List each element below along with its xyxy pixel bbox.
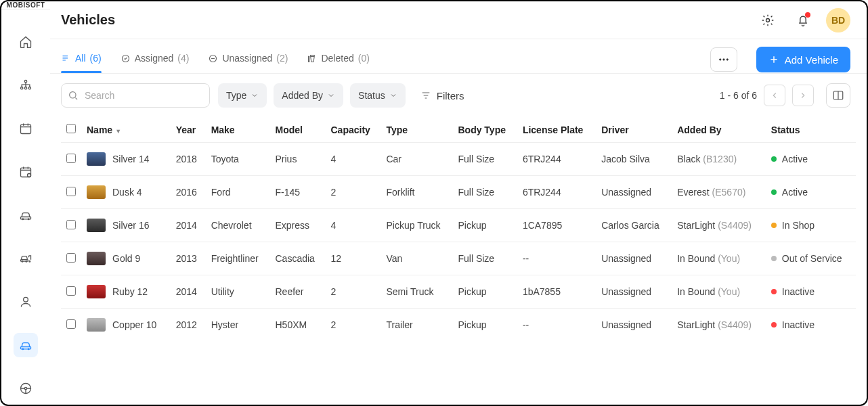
col-type[interactable]: Type — [381, 117, 452, 143]
col-make[interactable]: Make — [206, 117, 270, 143]
col-year[interactable]: Year — [171, 117, 206, 143]
sidebar — [1, 9, 50, 406]
nav-schedule[interactable] — [14, 160, 38, 184]
tab-deleted[interactable]: Deleted (0) — [307, 46, 369, 73]
row-checkbox[interactable] — [66, 220, 76, 229]
status-dot — [771, 189, 777, 195]
add-vehicle-button[interactable]: Add Vehicle — [756, 47, 850, 72]
prev-page-button[interactable] — [764, 85, 785, 106]
nav-vehicles[interactable] — [14, 333, 38, 357]
logo: MOBISOFT — [1, 1, 50, 9]
svg-point-6 — [28, 174, 31, 177]
col-model[interactable]: Model — [269, 117, 325, 143]
nav-home[interactable] — [14, 30, 38, 54]
svg-point-14 — [24, 297, 28, 302]
vehicle-name: Copper 10 — [112, 319, 156, 330]
tab-unassigned[interactable]: Unassigned (2) — [208, 46, 288, 73]
svg-point-19 — [24, 387, 26, 389]
status-dot — [771, 256, 777, 261]
tab-all[interactable]: All (6) — [61, 46, 102, 73]
vehicle-name: Silver 14 — [112, 154, 149, 164]
row-checkbox[interactable] — [66, 319, 76, 329]
nav-org[interactable] — [14, 73, 38, 97]
vehicle-thumb — [87, 152, 106, 166]
col-driver[interactable]: Driver — [596, 117, 672, 143]
col-status[interactable]: Status — [766, 117, 856, 143]
nav-fleet[interactable] — [14, 246, 38, 271]
row-checkbox[interactable] — [66, 154, 76, 163]
svg-point-2 — [28, 87, 30, 89]
table-row[interactable]: Ruby 122014UtilityReefer2Semi TruckPicku… — [61, 275, 856, 309]
row-checkbox[interactable] — [66, 253, 76, 263]
row-checkbox[interactable] — [66, 286, 76, 296]
search-input[interactable] — [61, 83, 210, 108]
filters-button[interactable]: Filters — [414, 83, 471, 108]
svg-point-3 — [24, 87, 26, 89]
search-icon — [68, 90, 79, 101]
col-license-plate[interactable]: License Plate — [517, 117, 596, 143]
table-row[interactable]: Silver 142018ToyotaPrius4CarFull Size6TR… — [61, 143, 856, 176]
vehicle-name: Ruby 12 — [112, 286, 148, 297]
svg-point-30 — [70, 92, 76, 98]
row-checkbox[interactable] — [66, 187, 76, 196]
tab-assigned[interactable]: Assigned (4) — [121, 46, 190, 73]
col-name[interactable]: Name▼ — [81, 117, 171, 143]
nav-calendar[interactable] — [14, 116, 38, 141]
status-dot — [771, 289, 777, 294]
table-row[interactable]: Silver 162014ChevroletExpress4Pickup Tru… — [61, 209, 856, 242]
nav-steering[interactable] — [14, 376, 38, 401]
col-body-type[interactable]: Body Type — [452, 117, 517, 143]
columns-button[interactable] — [826, 83, 850, 108]
status-dot — [771, 156, 777, 162]
vehicle-thumb — [87, 285, 106, 298]
vehicle-thumb — [87, 219, 106, 232]
table-row[interactable]: Dusk 42016FordF-1452ForkliftFull Size6TR… — [61, 176, 856, 209]
svg-point-1 — [21, 87, 23, 89]
svg-point-29 — [726, 59, 728, 60]
more-button[interactable] — [710, 47, 737, 72]
vehicle-thumb — [87, 318, 106, 332]
filter-added-by[interactable]: Added By — [274, 83, 343, 108]
status-dot — [771, 322, 777, 328]
select-all-checkbox[interactable] — [66, 124, 76, 133]
status-dot — [771, 223, 777, 228]
vehicle-name: Dusk 4 — [112, 187, 142, 198]
table-row[interactable]: Gold 92013FreightlinerCascadia12VanFull … — [61, 242, 856, 275]
svg-point-24 — [766, 18, 770, 22]
filter-type[interactable]: Type — [218, 83, 267, 108]
notification-dot — [805, 12, 810, 18]
vehicle-name: Gold 9 — [112, 253, 140, 264]
svg-point-27 — [719, 59, 720, 60]
table-row[interactable]: Copper 102012HysterH50XM2TrailerPickup--… — [61, 309, 856, 342]
bell-icon[interactable] — [791, 8, 815, 32]
vehicle-thumb — [87, 252, 106, 265]
vehicle-thumb — [87, 185, 106, 199]
avatar[interactable]: BD — [826, 8, 850, 32]
col-capacity[interactable]: Capacity — [325, 117, 381, 143]
nav-user[interactable] — [14, 290, 38, 314]
svg-rect-5 — [21, 168, 31, 177]
filter-status[interactable]: Status — [350, 83, 406, 108]
col-added-by[interactable]: Added By — [672, 117, 766, 143]
settings-icon[interactable] — [756, 8, 780, 32]
next-page-button[interactable] — [792, 85, 814, 106]
page-title: Vehicles — [61, 12, 745, 28]
svg-rect-4 — [21, 125, 31, 133]
vehicle-name: Silver 16 — [112, 220, 149, 231]
svg-point-0 — [24, 81, 26, 83]
svg-point-13 — [29, 261, 30, 262]
pagination-text: 1 - 6 of 6 — [720, 90, 757, 101]
svg-point-28 — [723, 59, 724, 60]
nav-car[interactable] — [14, 203, 38, 227]
